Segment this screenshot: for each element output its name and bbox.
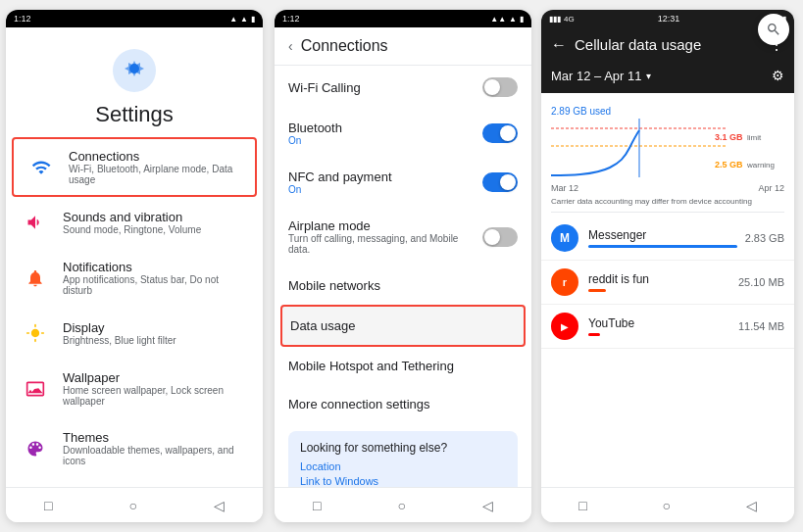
nav-square-3[interactable]: □ [567, 494, 598, 517]
notifications-subtitle: App notifications, Status bar, Do not di… [63, 274, 247, 296]
connections-title: Connections [69, 149, 241, 164]
nav-circle-3[interactable]: ○ [651, 494, 682, 517]
bluetooth-toggle[interactable] [482, 123, 518, 143]
sidebar-item-notifications[interactable]: Notifications App notifications, Status … [6, 248, 263, 308]
connections-item-hotspot[interactable]: Mobile Hotspot and Tethering [275, 347, 531, 385]
location-link[interactable]: Location [300, 460, 506, 472]
connections-list: Wi-Fi Calling Bluetooth On NFC a [275, 66, 531, 487]
connections-subtitle: Wi-Fi, Bluetooth, Airplane mode, Data us… [69, 164, 241, 185]
time-1: 1:12 [14, 14, 31, 24]
reddit-info: reddit is fun [588, 272, 738, 292]
chart-start-date: Mar 12 [551, 183, 578, 193]
sidebar-item-wallpaper[interactable]: Wallpaper Home screen wallpaper, Lock sc… [6, 359, 263, 418]
mobile-networks-text: Mobile networks [288, 278, 518, 293]
themes-title: Themes [63, 430, 247, 445]
chart-container: 3.1 GB limit 2.5 GB warning [551, 119, 784, 181]
bottom-nav-3: □ ○ ◁ [541, 487, 794, 522]
sidebar-item-sounds[interactable]: Sounds and vibration Sound mode, Rington… [6, 197, 263, 248]
reddit-usage: 25.10 MB [738, 276, 784, 288]
connections-item-wifi-calling[interactable]: Wi-Fi Calling [275, 66, 531, 109]
connections-item-bluetooth[interactable]: Bluetooth On [275, 109, 531, 158]
panel-2-connections: 1:12 ▲▲ ▲ ▮ ‹ Connections Wi-Fi Calling [275, 10, 531, 522]
youtube-icon: ▶ [551, 313, 578, 340]
search-fab[interactable] [758, 14, 789, 45]
display-text: Display Brightness, Blue light filter [63, 320, 247, 346]
warning-value: 2.5 GB warning [715, 154, 775, 171]
date-range-axis: Mar 12 Apr 12 [551, 181, 784, 195]
app-list: M Messenger 2.83 GB r reddit is fun 25.1… [541, 217, 794, 487]
nav-square-2[interactable]: □ [301, 494, 332, 517]
sidebar-item-display[interactable]: Display Brightness, Blue light filter [6, 308, 263, 359]
chevron-down-icon: ▾ [646, 71, 651, 81]
sidebar-item-connections[interactable]: Connections Wi-Fi, Bluetooth, Airplane m… [12, 137, 257, 197]
nav-back[interactable]: ◁ [202, 494, 236, 517]
airplane-toggle[interactable] [482, 227, 518, 247]
sidebar-item-themes[interactable]: Themes Downloadable themes, wallpapers, … [6, 418, 263, 478]
gear-icon[interactable]: ⚙ [772, 68, 784, 83]
suggestion-title: Looking for something else? [300, 441, 506, 455]
data-usage-title: Data usage [290, 318, 516, 333]
connections-item-airplane[interactable]: Airplane mode Turn off calling, messagin… [275, 207, 531, 266]
date-range-label[interactable]: Mar 12 – Apr 11 ▾ [551, 69, 651, 83]
bluetooth-subtitle: On [288, 135, 482, 146]
notifications-title: Notifications [63, 260, 247, 274]
nav-square[interactable]: □ [32, 494, 64, 517]
youtube-name: YouTube [588, 316, 738, 330]
nfc-subtitle: On [288, 184, 482, 195]
p1-header: Settings [6, 27, 263, 137]
chart-area: 2.89 GB used 3.1 GB limit 2.5 GB warning [541, 93, 794, 217]
toggle-knob-bt [500, 125, 516, 141]
settings-title: Settings [95, 102, 174, 127]
svg-point-1 [129, 64, 139, 73]
signal-icon-2: ▲▲ [490, 15, 506, 24]
app-item-youtube[interactable]: ▶ YouTube 11.54 MB [541, 305, 794, 349]
connections-item-nfc[interactable]: NFC and payment On [275, 158, 531, 207]
wifi-calling-text: Wi-Fi Calling [288, 80, 482, 95]
more-settings-text: More connection settings [288, 397, 518, 411]
sounds-text: Sounds and vibration Sound mode, Rington… [63, 210, 247, 235]
display-title: Display [63, 320, 247, 335]
more-settings-title: More connection settings [288, 397, 518, 411]
reddit-bar [588, 289, 606, 292]
link-to-windows-link[interactable]: Link to Windows [300, 475, 506, 487]
usage-label: 2.89 GB used [551, 106, 611, 117]
date-range-text: Mar 12 – Apr 11 [551, 69, 642, 83]
nav-circle[interactable]: ○ [117, 494, 148, 517]
app-item-reddit[interactable]: r reddit is fun 25.10 MB [541, 261, 794, 305]
wallpaper-text: Wallpaper Home screen wallpaper, Lock sc… [63, 370, 247, 407]
limit-value: 3.1 GB limit [715, 126, 775, 144]
sounds-subtitle: Sound mode, Ringtone, Volume [63, 224, 247, 235]
reddit-icon: r [551, 268, 578, 296]
youtube-info: YouTube [588, 316, 738, 336]
connections-item-data-usage[interactable]: Data usage [280, 305, 526, 347]
panel-3-data-usage: ▮▮▮ 4G 12:31 ▲ ▲ ▮ ← Cellular data usage… [541, 10, 794, 522]
nfc-toggle[interactable] [482, 172, 518, 192]
time-2: 1:12 [282, 14, 300, 24]
signal-bars: ▮▮▮ [549, 15, 561, 24]
app-item-messenger[interactable]: M Messenger 2.83 GB [541, 217, 794, 261]
wifi-icon [27, 154, 55, 181]
connections-item-more-settings[interactable]: More connection settings [275, 385, 531, 423]
nav-back-2[interactable]: ◁ [471, 494, 505, 517]
hotspot-text: Mobile Hotspot and Tethering [288, 359, 518, 373]
themes-subtitle: Downloadable themes, wallpapers, and ico… [63, 445, 247, 466]
nav-back-3[interactable]: ◁ [734, 494, 769, 517]
status-bar-3: ▮▮▮ 4G 12:31 ▲ ▲ ▮ [541, 10, 794, 27]
settings-brand-icon [111, 47, 158, 94]
wifi-calling-toggle[interactable] [482, 77, 518, 97]
data-usage-text: Data usage [290, 318, 516, 333]
limit-labels: 3.1 GB limit 2.5 GB warning [715, 126, 775, 171]
nav-circle-2[interactable]: ○ [385, 494, 417, 517]
notifications-text: Notifications App notifications, Status … [63, 260, 247, 296]
p3-back-button[interactable]: ← [551, 36, 567, 54]
bottom-nav-2: □ ○ ◁ [275, 487, 531, 522]
status-bar-1: 1:12 ▲ ▲ ▮ [6, 10, 263, 27]
back-button[interactable]: ‹ [288, 38, 293, 54]
suggestion-box: Looking for something else? Location Lin… [288, 431, 518, 487]
signal-icon: ▲ [229, 15, 237, 24]
connections-item-mobile-networks[interactable]: Mobile networks [275, 266, 531, 305]
p3-header: ← Cellular data usage ⋮ [541, 27, 794, 62]
display-subtitle: Brightness, Blue light filter [63, 335, 247, 346]
bluetooth-text: Bluetooth On [288, 121, 482, 146]
airplane-title: Airplane mode [288, 218, 482, 233]
